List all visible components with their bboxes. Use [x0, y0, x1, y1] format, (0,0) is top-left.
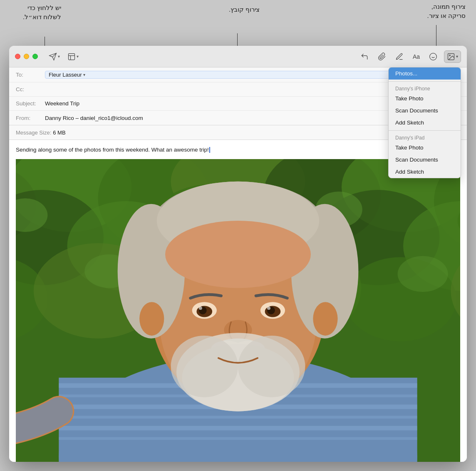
insert-photo-wrapper: ▾ Photos... Danny's iPhone Take Photo Sc… [444, 50, 461, 63]
reply-icon [360, 52, 369, 61]
svg-rect-2 [69, 53, 75, 60]
toolbar-right: Aa ▾ [358, 50, 461, 63]
dropdown-iphone-header: Danny's iPhone [389, 83, 461, 92]
mail-window: ▾ ▾ [9, 46, 467, 462]
cc-label: Cc: [16, 86, 45, 92]
annotation-left: יש ללחוץ כדי לשלוח דוא״ל. [23, 3, 61, 22]
dropdown-divider-1 [389, 81, 461, 82]
photo-svg [16, 159, 460, 462]
svg-point-61 [267, 307, 270, 310]
emoji-button[interactable] [426, 51, 440, 62]
close-button[interactable] [15, 54, 20, 59]
markup-button[interactable] [393, 51, 406, 62]
dropdown-ipad-scan-documents[interactable]: Scan Documents [389, 154, 461, 166]
reply-button[interactable] [358, 51, 371, 62]
annotation-center: צירוף קובץ. [229, 6, 260, 13]
send-chevron-icon: ▾ [58, 54, 60, 59]
title-bar: ▾ ▾ [9, 46, 467, 67]
svg-rect-45 [59, 437, 417, 440]
text-cursor [209, 147, 210, 153]
svg-point-71 [313, 302, 337, 336]
dropdown-iphone-add-sketch[interactable]: Add Sketch [389, 117, 461, 129]
minimize-button[interactable] [24, 54, 29, 59]
message-size-value: 6 MB [53, 130, 65, 136]
emoji-icon [429, 52, 437, 61]
dropdown-ipad-take-photo[interactable]: Take Photo [389, 142, 461, 154]
attach-icon [378, 52, 386, 61]
svg-point-57 [199, 307, 202, 310]
markup-icon [395, 52, 404, 61]
svg-rect-43 [59, 416, 417, 419]
send-button[interactable]: ▾ [46, 51, 62, 62]
toolbar-left: ▾ ▾ [46, 51, 81, 62]
insert-photo-button[interactable]: ▾ [444, 50, 461, 63]
message-size-label: Message Size: [16, 130, 51, 136]
format-icon [67, 52, 76, 61]
svg-point-5 [430, 53, 437, 60]
font-label: Aa [413, 53, 420, 60]
from-label: From: [16, 115, 45, 121]
font-button[interactable]: Aa [410, 52, 422, 62]
maximize-button[interactable] [32, 54, 38, 59]
send-icon [49, 52, 57, 61]
svg-point-69 [238, 336, 305, 397]
dropdown-ipad-add-sketch[interactable]: Add Sketch [389, 166, 461, 178]
attach-button[interactable] [375, 51, 389, 62]
format-chevron-icon: ▾ [77, 54, 79, 59]
subject-label: Subject: [16, 100, 45, 107]
photo-chevron-icon: ▾ [456, 54, 458, 59]
format-button[interactable]: ▾ [65, 51, 81, 62]
dropdown-iphone-take-photo[interactable]: Take Photo [389, 92, 461, 105]
email-body[interactable]: Sending along some of the photos from th… [9, 140, 467, 462]
recipient-chevron-icon: ▾ [83, 72, 85, 77]
svg-rect-44 [59, 426, 417, 431]
dropdown-divider-2 [389, 130, 461, 131]
email-photo [16, 159, 460, 462]
svg-point-70 [139, 302, 164, 336]
traffic-lights [15, 54, 38, 59]
dropdown-ipad-header: Danny's iPad [389, 132, 461, 142]
annotation-right: צירוף תמונה, סריקה או ציור. [427, 2, 466, 20]
dropdown-photos-item[interactable]: Photos... [389, 67, 461, 80]
svg-point-9 [449, 55, 451, 56]
svg-point-37 [398, 256, 448, 292]
photo-icon [447, 52, 455, 61]
svg-point-68 [171, 336, 238, 397]
svg-point-53 [165, 221, 311, 288]
dropdown-iphone-scan-documents[interactable]: Scan Documents [389, 105, 461, 117]
insert-dropdown-menu: Photos... Danny's iPhone Take Photo Scan… [388, 67, 461, 178]
to-label: To: [16, 72, 45, 78]
